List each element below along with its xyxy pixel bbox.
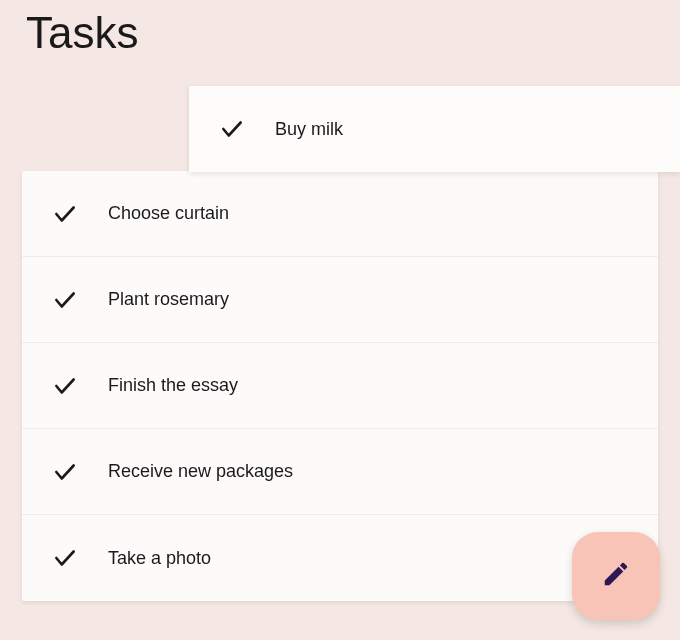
page-title: Tasks	[0, 0, 680, 58]
check-icon	[50, 199, 80, 229]
task-row[interactable]: Finish the essay	[22, 343, 658, 429]
task-label: Plant rosemary	[108, 289, 229, 310]
highlighted-task-card: Buy milk	[189, 86, 680, 172]
check-icon	[50, 371, 80, 401]
task-row[interactable]: Receive new packages	[22, 429, 658, 515]
task-label: Take a photo	[108, 548, 211, 569]
task-label: Finish the essay	[108, 375, 238, 396]
task-row[interactable]: Plant rosemary	[22, 257, 658, 343]
task-row[interactable]: Buy milk	[189, 86, 680, 172]
task-row[interactable]: Take a photo	[22, 515, 658, 601]
pencil-icon	[601, 559, 631, 593]
check-icon	[50, 543, 80, 573]
task-list: Choose curtain Plant rosemary Finish the…	[22, 171, 658, 601]
task-label: Receive new packages	[108, 461, 293, 482]
task-label: Buy milk	[275, 119, 343, 140]
check-icon	[50, 457, 80, 487]
check-icon	[217, 114, 247, 144]
check-icon	[50, 285, 80, 315]
add-task-fab[interactable]	[572, 532, 660, 620]
task-row[interactable]: Choose curtain	[22, 171, 658, 257]
task-label: Choose curtain	[108, 203, 229, 224]
